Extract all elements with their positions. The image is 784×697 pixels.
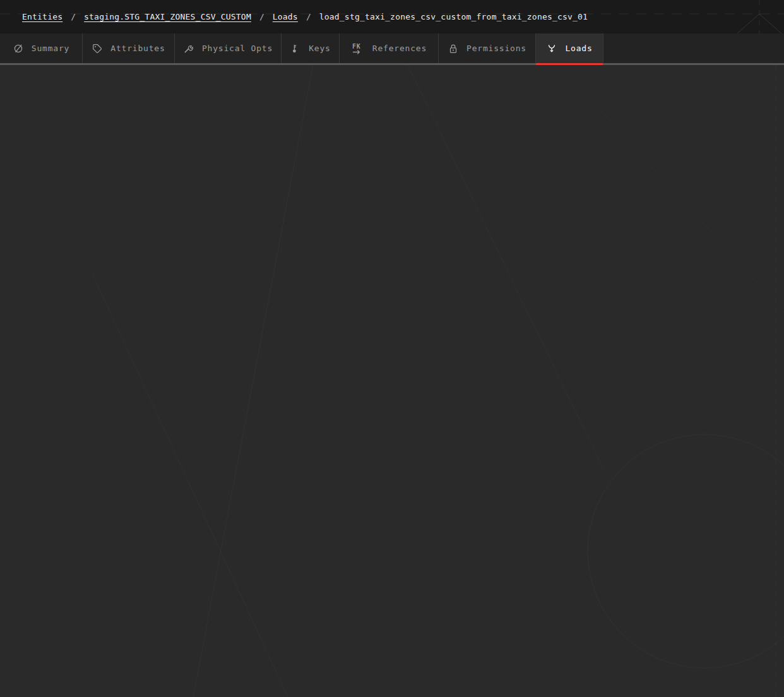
tab-summary[interactable]: Summary [0, 33, 83, 63]
tab-loads[interactable]: Loads [536, 33, 603, 63]
breadcrumb-separator: / [71, 12, 76, 21]
breadcrumb-separator: / [259, 12, 264, 21]
main-content: load_stg_taxi_zones_csv_custom_from_taxi… [0, 65, 784, 697]
key-icon [290, 43, 301, 54]
tab-keys[interactable]: Keys [282, 33, 340, 63]
lock-icon [448, 43, 459, 54]
merge-down-icon [546, 43, 557, 54]
tab-label: Loads [565, 44, 592, 53]
tag-icon [92, 43, 103, 54]
breadcrumb-entities[interactable]: Entities [22, 12, 62, 21]
breadcrumb-loads[interactable]: Loads [273, 12, 298, 21]
svg-text:FK: FK [352, 42, 361, 49]
tab-physical-opts[interactable]: Physical Opts [175, 33, 282, 63]
content-background-pattern [16, 65, 784, 697]
tab-label: Keys [309, 44, 331, 53]
tab-references[interactable]: FK References [340, 33, 439, 63]
breadcrumb: Entities / staging.STG_TAXI_ZONES_CSV_CU… [22, 12, 588, 21]
tab-label: Physical Opts [202, 44, 273, 53]
breadcrumb-separator: / [306, 12, 311, 21]
tab-label: Attributes [110, 44, 165, 53]
tab-label: Permissions [466, 44, 526, 53]
tab-bar: Summary Attributes Physical Opts Keys FK… [0, 33, 784, 65]
tab-permissions[interactable]: Permissions [439, 33, 536, 63]
breadcrumb-entity[interactable]: staging.STG_TAXI_ZONES_CSV_CUSTOM [84, 12, 251, 21]
tab-attributes[interactable]: Attributes [83, 33, 175, 63]
wrench-icon [183, 43, 194, 54]
breadcrumb-current: load_stg_taxi_zones_csv_custom_from_taxi… [319, 12, 588, 21]
breadcrumb-bar: Entities / staging.STG_TAXI_ZONES_CSV_CU… [0, 0, 784, 33]
foreign-key-icon: FK [351, 42, 365, 55]
summary-icon [13, 43, 24, 54]
tab-label: Summary [32, 44, 69, 53]
tab-label: References [372, 44, 427, 53]
